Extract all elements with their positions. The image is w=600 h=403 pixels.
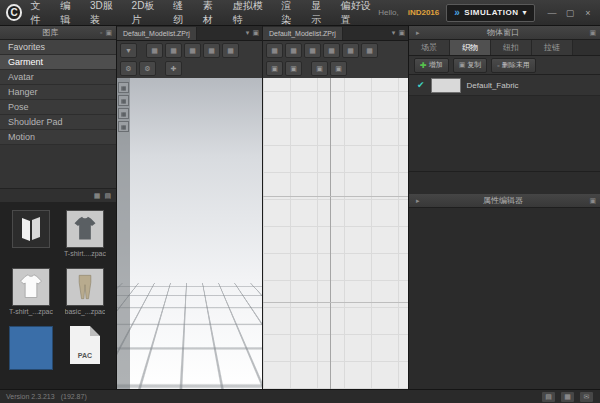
menu-2d-pattern[interactable]: 2D板片	[132, 0, 163, 27]
polygon-tool-button[interactable]: ▦	[304, 43, 321, 58]
object-window-float-icon[interactable]: ▣	[589, 29, 596, 37]
notch-tool-button[interactable]: ▦	[361, 43, 378, 58]
pants-thumb	[66, 268, 104, 306]
menu-material[interactable]: 素材	[203, 0, 222, 27]
copy-fabric-button[interactable]: ▣ 复制	[453, 58, 488, 73]
tab-float-icon[interactable]: ▣	[398, 29, 405, 37]
detach-sew-button[interactable]: ▣	[330, 61, 347, 76]
toolbar-row: ▦ ▦ ▦ ▦ ▦ ▦	[266, 43, 405, 58]
tab-menu-icon[interactable]: ▾	[246, 29, 250, 37]
viewport-3d-tab[interactable]: Default_Modelist.ZPrj	[117, 27, 197, 40]
viewport-3d: Default_Modelist.ZPrj ▾ ▣ ▼ ▦ ▦ ▦ ▦ ▦ ⚙	[117, 26, 262, 389]
pattern-edit-button[interactable]: ▦	[285, 43, 302, 58]
build-label: (192.87)	[61, 393, 87, 400]
library-dock-icon[interactable]: ▣	[105, 29, 112, 37]
library-item-pose[interactable]: Pose	[0, 100, 116, 115]
object-window-tabs: 场景 织物 纽扣 拉链	[409, 40, 600, 56]
simulate-dropdown-button[interactable]: ▼	[120, 43, 137, 58]
status-bar: Version 2.3.213 (192.87) ▤ ▦ ✉	[0, 389, 600, 403]
rectangle-tool-button[interactable]: ▦	[323, 43, 340, 58]
thumbnail-pants[interactable]: basic_...zpac	[58, 268, 112, 316]
layout-left-icon[interactable]: ▤	[541, 391, 556, 403]
fabric-swatch[interactable]	[431, 78, 461, 93]
library-item-avatar[interactable]: Avatar	[0, 70, 116, 85]
tab-zipper[interactable]: 拉链	[532, 40, 573, 55]
pattern-select-button[interactable]: ▦	[266, 43, 283, 58]
library-item-garment[interactable]: Garment	[0, 55, 116, 70]
thumbnail-pac-file[interactable]: PAC	[58, 326, 112, 380]
menu-render[interactable]: 渲染	[281, 0, 300, 27]
object-window-panel: ▸ 物体窗口 ▣ 场景 织物 纽扣 拉链 ✚ 增加 ▣ 复制 ▫ 删除未用	[408, 26, 600, 389]
dart-tool-button[interactable]: ▦	[342, 43, 359, 58]
fabric-name: Default_Fabric	[467, 81, 519, 90]
move-tool-button[interactable]: ▦	[165, 43, 182, 58]
library-category-list: Favorites Garment Avatar Hanger Pose Sho…	[0, 40, 116, 145]
show-avatar-button[interactable]: ▦	[118, 82, 129, 93]
maximize-button[interactable]: ▢	[564, 8, 576, 18]
add-fabric-button[interactable]: ✚ 增加	[414, 58, 449, 73]
render-settings-button[interactable]: ⚙	[139, 61, 156, 76]
thumbnail-tshirt-white[interactable]: T-shirt_...zpac	[4, 268, 58, 316]
tab-menu-icon[interactable]: ▾	[392, 29, 396, 37]
minimize-button[interactable]: —	[546, 8, 558, 18]
viewport-area: Default_Modelist.ZPrj ▾ ▣ ▼ ▦ ▦ ▦ ▦ ▦ ⚙	[117, 26, 408, 389]
property-editor-body	[409, 208, 600, 389]
gizmo-settings-button[interactable]: ⚙	[120, 61, 137, 76]
close-button[interactable]: ×	[582, 8, 594, 18]
app-logo-icon: C	[6, 4, 22, 21]
menu-preferences[interactable]: 偏好设置	[341, 0, 378, 27]
shirt-thumb	[12, 268, 50, 306]
menu-3d-garment[interactable]: 3D服装	[90, 0, 121, 27]
tshirt-icon	[71, 215, 99, 243]
canvas-3d[interactable]: ▦ ▦ ▦ ▦	[117, 78, 262, 389]
viewport-2d-tab[interactable]: Default_Modelist.ZPrj	[263, 27, 343, 40]
menu-sewing[interactable]: 缝纫	[173, 0, 192, 27]
menu-edit[interactable]: 编辑	[60, 0, 79, 27]
segment-sew-button[interactable]: ▣	[266, 61, 283, 76]
measure-tool-button[interactable]: ▦	[222, 43, 239, 58]
tab-scene[interactable]: 场景	[409, 40, 450, 55]
simulation-button[interactable]: » SIMULATION ▾	[446, 4, 535, 22]
library-item-shoulder-pad[interactable]: Shoulder Pad	[0, 115, 116, 130]
list-view-icon[interactable]: ▤	[104, 192, 111, 200]
tab-fabric[interactable]: 织物	[450, 40, 491, 55]
viewport-2d-tabbar: Default_Modelist.ZPrj ▾ ▣	[263, 26, 408, 41]
thumbnail-open-item[interactable]	[4, 210, 58, 258]
tab-float-icon[interactable]: ▣	[252, 29, 259, 37]
free-sew-button[interactable]: ▣	[285, 61, 302, 76]
library-item-favorites[interactable]: Favorites	[0, 40, 116, 55]
application-window: C 文件 编辑 3D服装 2D板片 缝纫 素材 虚拟模特 渲染 显示 偏好设置 …	[0, 0, 600, 403]
menu-file[interactable]: 文件	[30, 0, 49, 27]
pin-tool-button[interactable]: ▦	[184, 43, 201, 58]
select-tool-button[interactable]: ▦	[146, 43, 163, 58]
simulation-dropdown-icon[interactable]: ▾	[522, 8, 527, 17]
toolbar-row: ▣ ▣ ▣ ▣	[266, 61, 405, 76]
grid-view-icon[interactable]: ▦	[94, 192, 101, 200]
edit-sew-button[interactable]: ▣	[311, 61, 328, 76]
thumbnail-tshirt-dark[interactable]: T-shirt....zpac	[58, 210, 112, 258]
library-edit-icon[interactable]: ▫	[100, 29, 102, 36]
property-editor-float-icon[interactable]: ▣	[589, 197, 596, 205]
layout-split-icon[interactable]: ▦	[560, 391, 575, 403]
canvas-2d[interactable]	[263, 78, 408, 389]
fabric-list-item[interactable]: ✔ Default_Fabric	[409, 75, 600, 96]
menu-bar: 文件 编辑 3D服装 2D板片 缝纫 素材 虚拟模特 渲染 显示 偏好设置	[30, 0, 378, 27]
titlebar-right: Hello, iND2016 » SIMULATION ▾ — ▢ ×	[378, 4, 594, 22]
show-seams-button[interactable]: ▦	[118, 108, 129, 119]
username-label[interactable]: iND2016	[408, 8, 440, 17]
thumbnail-fabric-blue[interactable]	[4, 326, 58, 380]
show-garment-button[interactable]: ▦	[118, 95, 129, 106]
delete-unused-button[interactable]: ▫ 删除未用	[491, 58, 535, 73]
tab-button[interactable]: 纽扣	[491, 40, 532, 55]
library-item-hanger[interactable]: Hanger	[0, 85, 116, 100]
sync-button[interactable]: ✚	[165, 61, 182, 76]
check-icon[interactable]: ✔	[417, 80, 425, 90]
show-pins-button[interactable]: ▦	[118, 121, 129, 132]
message-icon[interactable]: ✉	[579, 391, 594, 403]
thumbnail-label: basic_...zpac	[65, 308, 106, 316]
menu-display[interactable]: 显示	[311, 0, 330, 27]
fold-tool-button[interactable]: ▦	[203, 43, 220, 58]
library-item-motion[interactable]: Motion	[0, 130, 116, 145]
delete-icon: ▫	[497, 62, 499, 69]
menu-avatar[interactable]: 虚拟模特	[233, 0, 270, 27]
